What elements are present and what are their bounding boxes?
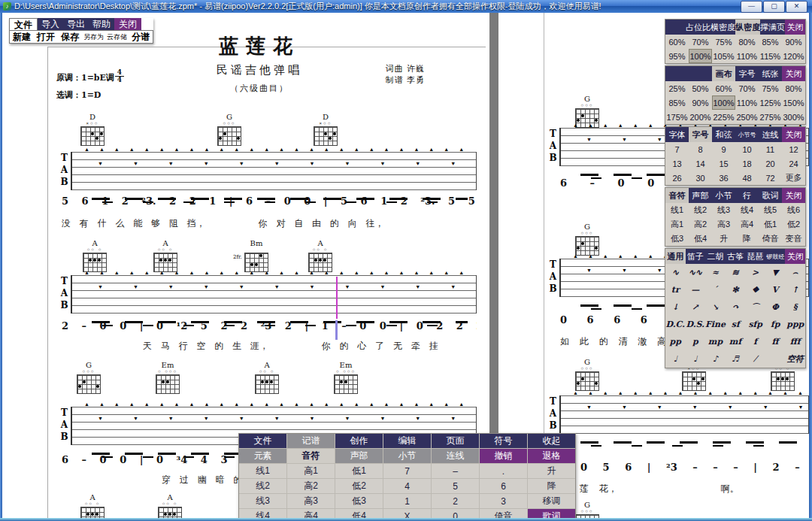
panel-zoom-option[interactable]: 75%: [759, 81, 782, 95]
bottom-option[interactable]: .: [480, 464, 527, 478]
menu-split-score[interactable]: 分谱: [129, 31, 153, 43]
bottom-tab[interactable]: 文件: [239, 434, 286, 448]
lyrics-row[interactable]: 天 马 行 空 的 生 涯， 你 的 心 了 无 牵 挂: [143, 340, 489, 353]
song-subtitle[interactable]: 民谣吉他弹唱: [143, 63, 376, 77]
panel-symbols-option[interactable]: mp: [705, 333, 726, 350]
panel-symbols-option[interactable]: pp: [665, 333, 686, 350]
bottom-tab[interactable]: 收起: [528, 434, 575, 448]
panel-density-option[interactable]: 105%: [712, 49, 735, 63]
menu-cloud-save[interactable]: 云存储: [105, 31, 129, 43]
menu-save[interactable]: 保存: [58, 31, 82, 43]
panel-symbols-option[interactable]: ♩: [686, 350, 706, 368]
panel-symbols-option[interactable]: ▼: [765, 264, 786, 281]
song-grade[interactable]: （六级曲目）: [143, 83, 376, 94]
panel-note-option[interactable]: 线2: [689, 203, 712, 217]
panel-symbols-option[interactable]: fp: [765, 316, 786, 333]
panel-note-close-button[interactable]: 关闭: [782, 188, 805, 203]
chord-diagram[interactable]: Em○ ○○○: [150, 361, 185, 394]
chord-diagram[interactable]: A○○ ○: [148, 239, 183, 272]
panel-fontsize-option[interactable]: 14: [689, 156, 712, 171]
panel-zoom-close-button[interactable]: 关闭: [782, 66, 805, 81]
panel-density-option[interactable]: 100%: [689, 49, 712, 63]
panel-density-option[interactable]: 60%: [665, 35, 689, 49]
panel-symbols-option[interactable]: ˊ: [705, 281, 726, 298]
panel-symbols-option[interactable]: mf: [726, 333, 746, 350]
panel-note-option[interactable]: 变音: [782, 232, 805, 246]
selected-key[interactable]: 选调：1=D: [56, 89, 101, 101]
panel-zoom-option[interactable]: 110%: [735, 95, 759, 110]
panel-symbols-option[interactable]: >: [745, 264, 765, 281]
panel-zoom-option[interactable]: 250%: [735, 110, 759, 124]
panel-zoom-option[interactable]: 25%: [665, 81, 689, 95]
panel-zoom-option[interactable]: 80%: [782, 81, 805, 95]
bottom-subtab[interactable]: 元素: [239, 449, 286, 463]
song-title[interactable]: 蓝莲花: [143, 33, 376, 59]
panel-density-close-button[interactable]: 关闭: [785, 20, 805, 35]
bottom-subtab[interactable]: 连线: [432, 449, 479, 463]
panel-density-tab[interactable]: 占位比: [686, 20, 710, 35]
menu-import[interactable]: 导入: [38, 18, 63, 30]
tab-staff[interactable]: TAB▲▲▲▲▲▲▲▲▲▲▲▲▲▲▲▲▲▲▲▲▲▲▲▲▲▲▲▲▲▼▼▼▼▼▼▼▼…: [59, 275, 477, 314]
panel-fontsize-option[interactable]: 72: [759, 171, 782, 185]
panel-symbols-option[interactable]: ♪: [705, 350, 726, 368]
panel-symbols-option[interactable]: sf: [726, 316, 746, 333]
panel-zoom-option[interactable]: 50%: [689, 81, 712, 95]
panel-zoom-option[interactable]: 85%: [665, 95, 689, 110]
panel-fontsize-option[interactable]: 8: [689, 142, 712, 156]
bottom-option[interactable]: 低2: [335, 479, 383, 493]
panel-zoom-option[interactable]: 275%: [759, 110, 782, 124]
panel-symbols-option[interactable]: ❖: [745, 281, 765, 298]
chord-diagram[interactable]: G○○○: [71, 361, 106, 394]
bottom-option[interactable]: 3: [480, 494, 527, 508]
panel-symbols-tab[interactable]: 笛子: [686, 249, 706, 264]
bottom-option[interactable]: 升: [528, 464, 575, 478]
bottom-tab[interactable]: 页面: [432, 434, 479, 448]
lyrics-row[interactable]: 没 有 什 么 能 够 阻 挡， 你 对 自 由 的 向 往，: [62, 217, 408, 230]
bottom-subtab[interactable]: 退格: [528, 449, 575, 463]
panel-zoom-tab[interactable]: 纸张: [759, 66, 782, 81]
panel-note-option[interactable]: 高3: [712, 217, 735, 232]
menu-help[interactable]: 帮助: [89, 18, 114, 30]
panel-symbols-option[interactable]: sfp: [745, 316, 765, 333]
menu-open[interactable]: 打开: [34, 31, 58, 43]
number-notation-row[interactable]: 6 – 0 0: [560, 177, 673, 189]
number-notation-row[interactable]: 5 6 1 2 ²3. 2 2 1 | 6 – 0 0 | 5 6 1 2 ²3…: [62, 195, 477, 207]
panel-note-option[interactable]: 倚音: [759, 232, 782, 246]
bottom-option[interactable]: 高3: [287, 494, 335, 508]
panel-symbols-option[interactable]: fff: [785, 333, 805, 350]
maximize-button[interactable]: ▢: [763, 1, 785, 13]
panel-fontsize-tab[interactable]: 小节号: [735, 127, 759, 142]
panel-symbols-option[interactable]: §: [785, 298, 805, 316]
panel-note-option[interactable]: 高2: [689, 217, 712, 232]
bottom-option[interactable]: 低3: [335, 494, 383, 508]
close-button[interactable]: ✕: [786, 1, 807, 13]
credit-arranger[interactable]: 制谱 李勇: [353, 74, 425, 86]
bottom-option[interactable]: 高1: [287, 464, 335, 478]
panel-density-option[interactable]: 95%: [665, 49, 689, 63]
bottom-tab[interactable]: 记谱: [287, 434, 335, 448]
panel-symbols-option[interactable]: tr: [665, 281, 686, 298]
panel-note-option[interactable]: 线6: [782, 203, 805, 217]
panel-symbols-option[interactable]: Fine: [705, 316, 726, 333]
panel-fontsize-option[interactable]: 18: [735, 156, 759, 171]
chord-diagram[interactable]: Em○ ○○○: [329, 361, 363, 394]
panel-symbols-option[interactable]: ✻: [726, 281, 746, 298]
chord-diagram[interactable]: A○○ ○: [153, 493, 187, 521]
bottom-subtab[interactable]: 小节: [383, 449, 431, 463]
chord-diagram[interactable]: D×○○: [75, 113, 110, 146]
bottom-tab[interactable]: 编辑: [383, 434, 431, 448]
minimize-button[interactable]: —: [741, 1, 762, 13]
panel-zoom-option[interactable]: 90%: [689, 95, 712, 110]
lyrics-row[interactable]: 蓝 莲 花， 啊。: [560, 483, 808, 495]
panel-density-option[interactable]: 120%: [782, 49, 805, 63]
bottom-option[interactable]: 2: [432, 494, 479, 508]
panel-symbols-option[interactable]: ppp: [785, 316, 805, 333]
panel-density-option[interactable]: 110%: [735, 49, 759, 63]
panel-note-tab[interactable]: 声部: [689, 188, 712, 203]
bottom-option[interactable]: 高2: [287, 479, 335, 493]
panel-zoom-option[interactable]: 60%: [712, 81, 735, 95]
bottom-option[interactable]: 移调: [528, 494, 575, 508]
panel-symbols-close-button[interactable]: 关闭: [785, 249, 805, 264]
panel-symbols-option[interactable]: ⁄: [745, 350, 765, 368]
panel-density-option[interactable]: 80%: [735, 35, 759, 49]
